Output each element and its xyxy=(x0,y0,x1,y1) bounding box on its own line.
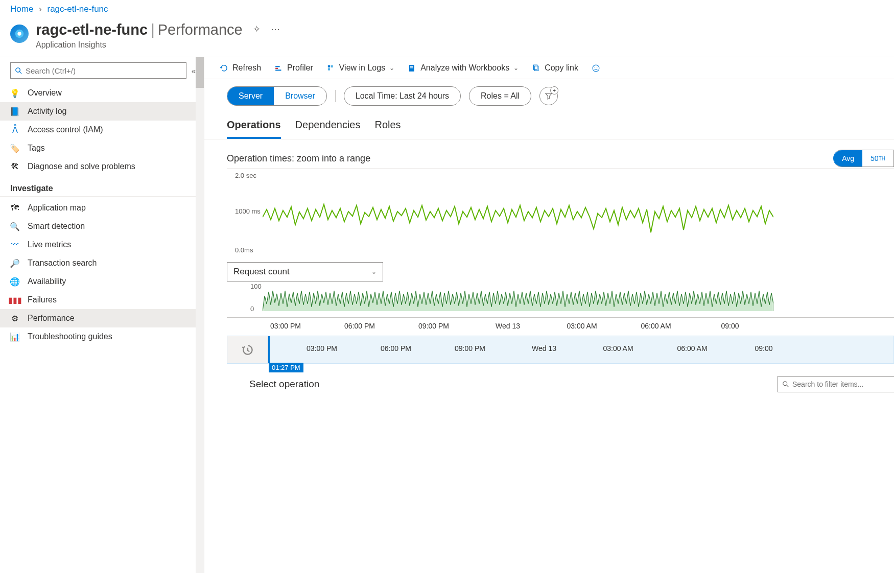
chart-title: Operation times: zoom into a range xyxy=(227,153,370,164)
svg-rect-8 xyxy=(331,65,333,67)
metric-dropdown-label: Request count xyxy=(233,267,290,277)
feedback-button[interactable] xyxy=(592,64,600,73)
tick: 09:00 xyxy=(755,344,772,352)
tick: 09:00 PM xyxy=(418,322,449,330)
breadcrumb-home[interactable]: Home xyxy=(10,4,33,14)
svg-point-16 xyxy=(595,67,595,67)
browser-toggle[interactable]: Browser xyxy=(274,87,326,105)
lightbulb-icon: 💡 xyxy=(10,88,19,98)
server-toggle[interactable]: Server xyxy=(227,87,274,105)
chevron-right-icon: › xyxy=(39,4,42,14)
sidebar-search[interactable] xyxy=(10,62,186,79)
timeline-scrubber[interactable]: 01:27 PM 03:00 PM 06:00 PM 09:00 PM Wed … xyxy=(227,336,894,364)
tag-icon: 🏷️ xyxy=(10,144,19,153)
nav-failures[interactable]: ▮▮▮Failures xyxy=(0,291,204,309)
tick: 09:00 PM xyxy=(455,344,485,352)
globe-icon: 🌐 xyxy=(10,277,19,286)
chevron-down-icon: ⌄ xyxy=(389,64,394,72)
nav-transaction-search[interactable]: 🔎Transaction search xyxy=(0,254,204,272)
svg-rect-7 xyxy=(328,65,330,67)
svg-line-3 xyxy=(19,72,21,74)
page-title: ragc-etl-ne-func|Performance xyxy=(36,21,243,38)
metric-dropdown[interactable]: Request count ⌄ xyxy=(227,262,383,281)
performance-icon: ⚙ xyxy=(10,314,19,323)
page-header: ragc-etl-ne-func|Performance Application… xyxy=(0,18,894,57)
more-icon[interactable]: ⋯ xyxy=(271,23,280,35)
content-tabs: Operations Dependencies Roles xyxy=(204,113,894,139)
page-name: Performance xyxy=(158,21,243,38)
sidebar-scrollbar[interactable]: ▲ xyxy=(196,57,204,573)
troubleshoot-icon: 📊 xyxy=(10,332,19,341)
tab-dependencies[interactable]: Dependencies xyxy=(295,116,361,139)
replay-button[interactable] xyxy=(227,336,268,363)
search-icon xyxy=(15,67,22,75)
select-operation-heading: Select operation xyxy=(249,379,319,390)
duration-chart[interactable]: 2.0 sec 1000 ms 0.0ms xyxy=(227,168,894,260)
svg-point-1 xyxy=(17,32,21,35)
count-y-0: 0 xyxy=(250,305,254,313)
nav-access-control[interactable]: ᐰAccess control (IAM) xyxy=(0,121,204,139)
profiler-icon xyxy=(274,64,283,73)
time-axis: 03:00 PM 06:00 PM 09:00 PM Wed 13 03:00 … xyxy=(227,317,894,336)
svg-point-17 xyxy=(597,67,597,67)
nav-section-investigate: Investigate xyxy=(0,176,204,197)
wrench-icon: 🛠 xyxy=(10,162,19,171)
divider xyxy=(335,90,336,102)
tick: 03:00 AM xyxy=(567,322,597,330)
scrollbar-thumb[interactable] xyxy=(196,57,204,88)
p50-toggle[interactable]: 50TH xyxy=(862,150,893,167)
profiler-button[interactable]: Profiler xyxy=(274,63,313,73)
time-marker[interactable]: 01:27 PM xyxy=(268,336,270,363)
y-tick-1000ms: 1000 ms xyxy=(235,207,261,215)
svg-rect-9 xyxy=(328,68,330,70)
add-filter-button[interactable] xyxy=(539,87,558,105)
copy-link-button[interactable]: Copy link xyxy=(532,63,578,73)
breadcrumb-item[interactable]: ragc-etl-ne-func xyxy=(48,4,108,14)
breadcrumb: Home › ragc-etl-ne-func xyxy=(0,0,894,18)
tick: 03:00 PM xyxy=(270,322,301,330)
time-marker-label: 01:27 PM xyxy=(269,363,303,372)
filter-icon xyxy=(545,92,552,100)
nav-smart-detection[interactable]: 🔍Smart detection xyxy=(0,217,204,236)
svg-rect-4 xyxy=(275,66,280,67)
nav-activity-log[interactable]: 📘Activity log xyxy=(0,102,204,121)
svg-point-2 xyxy=(16,67,20,72)
tick: Wed 13 xyxy=(532,344,556,352)
refresh-button[interactable]: Refresh xyxy=(220,63,261,73)
nav-availability[interactable]: 🌐Availability xyxy=(0,272,204,291)
activity-log-icon: 📘 xyxy=(10,107,19,116)
nav-troubleshooting[interactable]: 📊Troubleshooting guides xyxy=(0,327,204,346)
roles-filter-button[interactable]: Roles = All xyxy=(469,86,531,106)
svg-point-15 xyxy=(593,65,599,72)
tick: 06:00 PM xyxy=(344,322,375,330)
tab-operations[interactable]: Operations xyxy=(227,116,281,139)
time-range-button[interactable]: Local Time: Last 24 hours xyxy=(344,86,461,106)
sidebar: « 💡Overview 📘Activity log ᐰAccess contro… xyxy=(0,57,204,573)
collapse-sidebar-icon[interactable]: « xyxy=(192,66,196,75)
analyze-workbooks-button[interactable]: Analyze with Workbooks ⌄ xyxy=(408,63,519,73)
nav-diagnose[interactable]: 🛠Diagnose and solve problems xyxy=(0,157,204,176)
count-y-100: 100 xyxy=(250,283,262,290)
svg-rect-12 xyxy=(410,67,413,68)
nav-performance[interactable]: ⚙Performance xyxy=(0,309,204,327)
nav-application-map[interactable]: 🗺Application map xyxy=(0,199,204,217)
search-input[interactable] xyxy=(26,66,182,75)
area-chart-svg xyxy=(263,281,773,314)
tick: 06:00 PM xyxy=(381,344,411,352)
filter-operations-input[interactable] xyxy=(778,376,894,392)
tick: 03:00 PM xyxy=(307,344,337,352)
tick: 09:00 xyxy=(721,322,739,330)
percentile-toggle: Avg 50TH xyxy=(833,150,894,167)
filter-input[interactable] xyxy=(792,380,890,388)
avg-toggle[interactable]: Avg xyxy=(834,150,862,167)
request-count-chart[interactable]: 100 0 xyxy=(227,281,894,317)
view-logs-button[interactable]: View in Logs ⌄ xyxy=(326,63,394,73)
pin-icon[interactable]: ✧ xyxy=(253,23,261,35)
tick: 03:00 AM xyxy=(603,344,633,352)
copy-icon xyxy=(532,64,540,73)
tab-roles[interactable]: Roles xyxy=(374,116,401,139)
nav-overview[interactable]: 💡Overview xyxy=(0,84,204,102)
nav-live-metrics[interactable]: 〰Live metrics xyxy=(0,236,204,254)
nav-tags[interactable]: 🏷️Tags xyxy=(0,139,204,157)
svg-rect-5 xyxy=(275,67,278,68)
